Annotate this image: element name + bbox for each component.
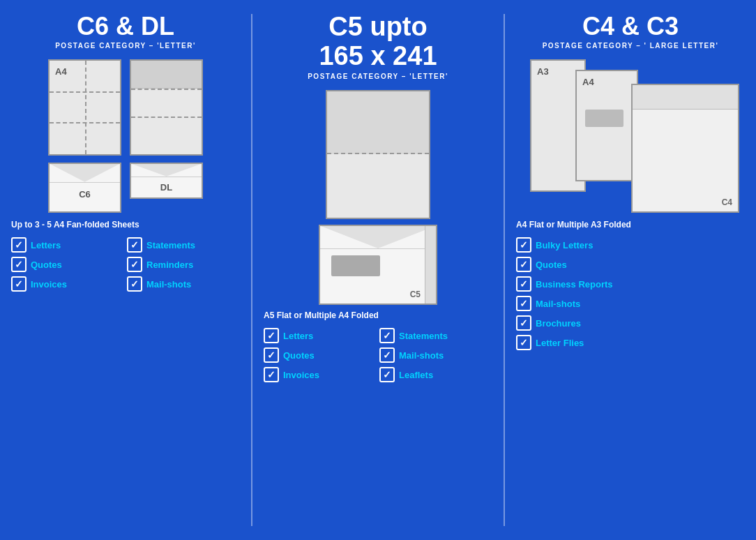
- col2-check-icon-quotes: [264, 347, 279, 363]
- col2-c5-fold: [425, 226, 436, 303]
- col1-paper-a4-1: A4: [48, 59, 121, 156]
- col3-check-icon-mailshots: [516, 296, 531, 311]
- col1-check-icon-invoices: [11, 276, 27, 292]
- col2-check-icon-statements: [379, 328, 395, 343]
- col3-a4-label: A4: [582, 77, 594, 87]
- col1-paper2-shade: [131, 61, 202, 89]
- col1-check-statements: Statements: [127, 237, 240, 253]
- col3-check-letter-flies: Letter Flies: [516, 335, 745, 350]
- col3-check-icon-letter-flies: [516, 335, 531, 350]
- col1-dl-flap: [131, 164, 202, 177]
- col1-c6-flap: [50, 164, 120, 183]
- col3-checklist: Bulky Letters Quotes Business Reports Ma…: [516, 237, 745, 350]
- col2-c5-flap: [320, 226, 436, 249]
- col2-paper-a4: A4: [326, 90, 430, 219]
- col2-check-text-statements: Statements: [399, 331, 448, 341]
- col2-title: C5 upto 165 x 241: [319, 13, 437, 71]
- col2-check-text-letters: Letters: [283, 331, 313, 341]
- col2-paper-shade: [327, 91, 429, 155]
- col3-check-icon-bulky: [516, 237, 531, 253]
- col3-desc: A4 Flat or Multiple A3 Folded: [516, 220, 745, 231]
- col1-envelope-dl: DL: [130, 163, 203, 199]
- col2-check-text-mailshots: Mail-shots: [399, 350, 444, 361]
- col1-checklist: Letters Statements Quotes Reminders Invo…: [11, 237, 240, 292]
- col2-check-icon-letters: [264, 328, 279, 343]
- col1-dashed-h1: [50, 91, 120, 93]
- col1-c6-label: C6: [79, 189, 91, 200]
- col1-check-text-quotes: Quotes: [31, 260, 62, 270]
- col1-check-letters: Letters: [11, 237, 124, 253]
- col3-title: C4 & C3: [582, 13, 679, 40]
- col1-check-invoices: Invoices: [11, 276, 124, 292]
- col1-check-icon-letters: [11, 237, 27, 253]
- col1-desc: Up to 3 - 5 A4 Fan-folded Sheets: [11, 220, 240, 231]
- col2-check-quotes: Quotes: [264, 347, 377, 363]
- col3-check-icon-business-reports: [516, 276, 531, 292]
- col1-check-icon-quotes: [11, 257, 27, 272]
- col2-check-icon-invoices: [264, 367, 279, 382]
- col1-dl-label: DL: [160, 182, 172, 193]
- col3-check-business-reports: Business Reports: [516, 276, 745, 292]
- col3-a3-label: A3: [537, 66, 549, 77]
- col2-check-text-quotes: Quotes: [283, 350, 315, 361]
- col1-check-icon-reminders: [127, 257, 142, 272]
- col2-c5-window: [331, 255, 380, 276]
- col3-check-icon-quotes: [516, 257, 531, 272]
- col2-check-icon-leaflets: [379, 367, 395, 382]
- col2-check-leaflets: Leaflets: [379, 367, 492, 382]
- col3-paper-a4: A4: [575, 70, 638, 181]
- col3-subtitle: POSTAGE CATEGORY – ' LARGE LETTER': [543, 42, 719, 50]
- col2-desc: A5 Flat or Multiple A4 Folded: [264, 310, 492, 322]
- col1-envelope-c6: C6: [48, 163, 121, 213]
- col2-check-invoices: Invoices: [264, 367, 377, 382]
- col1-title: C6 & DL: [77, 13, 174, 40]
- col1-dashed-h4: [131, 117, 202, 118]
- col2-check-mailshots: Mail-shots: [379, 347, 492, 363]
- col3-check-mailshots: Mail-shots: [516, 296, 745, 311]
- col1-envelopes-row: C6 DL: [11, 163, 240, 213]
- col1-check-text-mailshots: Mail-shots: [146, 279, 191, 290]
- col1-subtitle: POSTAGE CATEGORY – 'LETTER': [55, 42, 196, 50]
- col3-check-bulky: Bulky Letters: [516, 237, 745, 253]
- column-c6-dl: C6 & DL POSTAGE CATEGORY – 'LETTER' A4 A…: [0, 0, 251, 540]
- col1-check-mailshots: Mail-shots: [127, 276, 240, 292]
- col1-paper-a4-2: A4: [130, 59, 203, 156]
- col1-check-text-invoices: Invoices: [31, 279, 67, 290]
- col3-check-brochures: Brochures: [516, 315, 745, 331]
- col3-diagrams: A3 A4 C4: [516, 59, 745, 213]
- col1-check-quotes: Quotes: [11, 257, 124, 272]
- col3-check-text-letter-flies: Letter Flies: [536, 338, 584, 348]
- col2-c5-label: C5: [410, 290, 421, 299]
- col3-check-text-bulky: Bulky Letters: [536, 240, 593, 250]
- col3-check-quotes: Quotes: [516, 257, 745, 272]
- col2-checklist: Letters Statements Quotes Mail-shots Inv…: [264, 328, 492, 382]
- col3-check-text-quotes: Quotes: [536, 260, 567, 270]
- col2-check-statements: Statements: [379, 328, 492, 343]
- col1-check-text-statements: Statements: [146, 240, 195, 250]
- col3-check-text-mailshots: Mail-shots: [536, 299, 580, 309]
- col3-envelope-c4: C4: [631, 84, 739, 213]
- col3-a4-window: [585, 110, 623, 127]
- col3-check-text-brochures: Brochures: [536, 318, 581, 329]
- col1-dashed-h2: [50, 122, 120, 123]
- col2-check-letters: Letters: [264, 328, 377, 343]
- col1-dashed-h3: [131, 89, 202, 90]
- col3-c4-label: C4: [722, 197, 732, 207]
- col3-check-text-business-reports: Business Reports: [536, 279, 613, 290]
- col3-check-icon-brochures: [516, 315, 531, 331]
- col2-diagrams: A4 C5: [319, 90, 437, 305]
- col1-check-text-letters: Letters: [31, 240, 61, 250]
- col1-dashed-v: [85, 61, 86, 154]
- col2-check-text-invoices: Invoices: [283, 370, 319, 380]
- col1-check-reminders: Reminders: [127, 257, 240, 272]
- col1-check-icon-mailshots: [127, 276, 142, 292]
- col1-papers-row: A4 A4: [11, 59, 240, 156]
- col2-subtitle: POSTAGE CATEGORY – 'LETTER': [308, 73, 448, 80]
- col1-check-icon-statements: [127, 237, 142, 253]
- col2-check-icon-mailshots: [379, 347, 395, 363]
- column-c4-c3: C4 & C3 POSTAGE CATEGORY – ' LARGE LETTE…: [505, 0, 756, 540]
- col2-envelope-c5: C5: [319, 225, 437, 305]
- col3-c4-flap: [633, 85, 738, 110]
- col2-check-text-leaflets: Leaflets: [399, 370, 433, 380]
- col1-check-text-reminders: Reminders: [146, 260, 193, 270]
